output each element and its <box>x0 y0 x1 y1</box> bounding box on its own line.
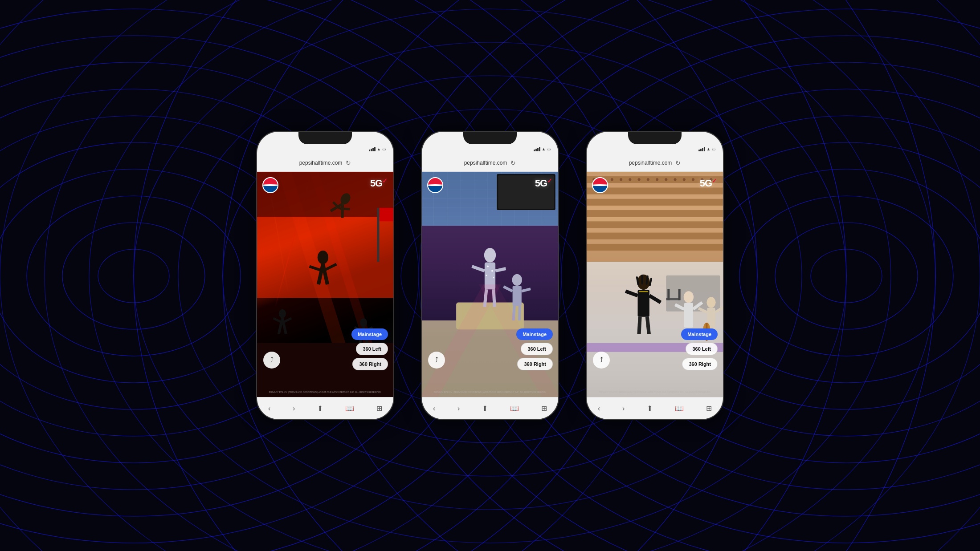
phone-2-share-button[interactable]: ⤴ <box>428 352 445 369</box>
phone-1-reload[interactable]: ↻ <box>346 159 351 166</box>
phone-3-footer: PRIVACY POLICY | TERMS AND CONDITIONS | … <box>587 391 723 393</box>
back-button-2[interactable]: ‹ <box>429 403 439 414</box>
tabs-button-2[interactable]: ⊞ <box>538 402 551 414</box>
5g-checkmark-3: ✓ <box>712 177 717 184</box>
share-nav-button[interactable]: ⬆ <box>314 402 327 414</box>
svg-point-124 <box>620 178 622 181</box>
phone-1-address-bar: pepsihalftime.com ↻ <box>257 154 393 172</box>
phone-2-notch <box>463 132 517 144</box>
phone-3-notch <box>628 132 682 144</box>
svg-line-97 <box>472 267 485 271</box>
phone-2-360left-button[interactable]: 360 Left <box>521 343 553 355</box>
tabs-button-3[interactable]: ⊞ <box>702 402 715 414</box>
phones-container: ▲ ▭ pepsihalftime.com ↻ <box>0 0 980 551</box>
phone-3-mainstage-button[interactable]: Mainstage <box>681 328 718 340</box>
phone-3-share-button[interactable]: ⤴ <box>593 352 610 369</box>
svg-point-132 <box>692 178 694 181</box>
svg-point-131 <box>683 178 686 181</box>
signal-bar-3-2 <box>700 149 702 151</box>
phone-1-url: pepsihalftime.com <box>299 160 343 166</box>
bookmarks-button-2[interactable]: 📖 <box>506 402 523 414</box>
phone-1-notch <box>298 132 352 144</box>
tabs-button[interactable]: ⊞ <box>373 402 386 414</box>
svg-rect-161 <box>678 289 681 300</box>
phone-3-5g-logo: 5G✓ <box>700 177 717 189</box>
battery-icon: ▭ <box>382 147 386 151</box>
forward-button-2[interactable]: › <box>454 403 463 414</box>
phone-3: ▲ ▭ pepsihalftime.com ↻ <box>586 131 724 420</box>
phone-3-reload[interactable]: ↻ <box>675 159 681 166</box>
pepsi-circle-2 <box>427 177 443 193</box>
pepsi-bottom <box>263 185 278 192</box>
battery-icon-2: ▭ <box>547 147 551 151</box>
signal-bar-3-1 <box>698 150 700 151</box>
svg-rect-119 <box>587 233 723 239</box>
svg-rect-118 <box>587 221 723 228</box>
phone-1-controls: Mainstage 360 Left 360 Right <box>351 328 388 370</box>
phone-3-360left-button[interactable]: 360 Left <box>686 343 718 355</box>
phone-2-bottom-bar: ‹ › ⬆ 📖 ⊞ <box>422 397 558 419</box>
phone-2: ▲ ▭ pepsihalftime.com ↻ <box>421 131 559 420</box>
phone-3-screen: 5G✓ ⤴ Mainstage 360 Left 360 Right PRIVA… <box>587 172 723 397</box>
svg-line-110 <box>519 306 520 320</box>
svg-point-123 <box>611 178 613 181</box>
battery-icon-3: ▭ <box>712 147 716 151</box>
svg-point-57 <box>318 251 328 264</box>
wifi-icon-2: ▲ <box>542 147 546 151</box>
phone-2-reload[interactable]: ↻ <box>510 159 516 166</box>
phone-1-360right-button[interactable]: 360 Right <box>352 358 388 370</box>
signal-bar-2 <box>371 149 372 151</box>
signal-bar-3-4 <box>704 147 705 151</box>
phone-2-mainstage-button[interactable]: Mainstage <box>516 328 553 340</box>
svg-point-101 <box>487 265 489 267</box>
svg-point-129 <box>665 178 667 181</box>
5g-checkmark-2: ✓ <box>547 177 552 184</box>
share-nav-button-2[interactable]: ⬆ <box>478 402 491 414</box>
phone-1-share-button[interactable]: ⤴ <box>263 352 280 369</box>
back-button-3[interactable]: ‹ <box>594 403 604 414</box>
pepsi-bottom-3 <box>593 185 607 192</box>
svg-point-103 <box>486 275 487 276</box>
phone-3-360right-button[interactable]: 360 Right <box>682 358 718 370</box>
svg-line-107 <box>503 287 512 291</box>
svg-rect-106 <box>513 286 522 306</box>
svg-point-104 <box>493 277 494 278</box>
bookmarks-button-3[interactable]: 📖 <box>671 402 687 414</box>
signal-bar-2-4 <box>539 147 540 151</box>
svg-rect-120 <box>587 244 723 251</box>
forward-button[interactable]: › <box>289 403 298 414</box>
signal-bar-2-3 <box>537 148 539 151</box>
signal-bar-2-2 <box>535 149 537 151</box>
svg-point-130 <box>674 178 677 181</box>
signal-bar-3-3 <box>702 148 703 151</box>
phone-2-360right-button[interactable]: 360 Right <box>517 358 553 370</box>
svg-rect-143 <box>639 291 648 292</box>
phone-1-pepsi-logo <box>262 177 278 193</box>
svg-point-127 <box>647 178 649 181</box>
svg-rect-116 <box>587 199 723 206</box>
svg-point-125 <box>629 178 631 181</box>
phone-1: ▲ ▭ pepsihalftime.com ↻ <box>256 131 394 420</box>
phone-1-mainstage-button[interactable]: Mainstage <box>351 328 388 340</box>
signal-bars <box>369 147 376 151</box>
bookmarks-button[interactable]: 📖 <box>342 402 358 414</box>
phone-1-bottom-bar: ‹ › ⬆ 📖 ⊞ <box>257 397 393 419</box>
pepsi-bottom-2 <box>428 185 442 192</box>
svg-point-148 <box>684 291 694 303</box>
phone-1-360left-button[interactable]: 360 Left <box>356 343 388 355</box>
phone-3-bottom-bar: ‹ › ⬆ 📖 ⊞ <box>587 397 723 419</box>
back-button[interactable]: ‹ <box>265 403 274 414</box>
svg-rect-117 <box>587 210 723 217</box>
svg-point-67 <box>360 318 367 327</box>
svg-line-108 <box>522 289 531 291</box>
phone-3-pepsi-logo <box>592 177 608 193</box>
signal-bars-3 <box>698 147 705 151</box>
phone-3-address-bar: pepsihalftime.com ↻ <box>587 154 723 172</box>
forward-button-3[interactable]: › <box>619 403 628 414</box>
svg-point-128 <box>656 178 658 181</box>
svg-rect-73 <box>379 208 393 221</box>
svg-line-98 <box>495 269 506 271</box>
share-nav-button-3[interactable]: ⬆ <box>643 402 656 414</box>
phone-2-controls: Mainstage 360 Left 360 Right <box>516 328 553 370</box>
share-icon-3: ⤴ <box>600 356 603 364</box>
